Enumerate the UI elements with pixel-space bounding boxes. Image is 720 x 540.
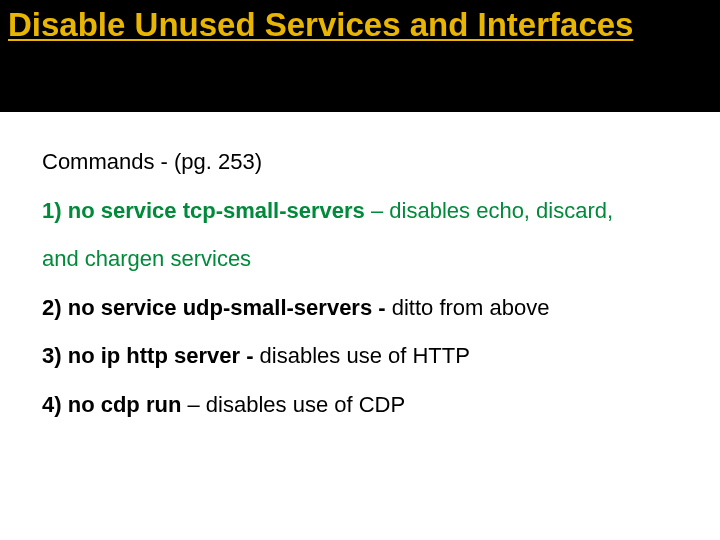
item-4: 4) no cdp run – disables use of CDP xyxy=(42,391,678,420)
slide-body: Commands - (pg. 253) 1) no service tcp-s… xyxy=(0,112,720,420)
item-sep: – xyxy=(181,392,205,417)
slide: Disable Unused Services and Interfaces C… xyxy=(0,0,720,540)
item-number: 1) xyxy=(42,198,62,223)
item-desc-a: disables use of CDP xyxy=(206,392,405,417)
item-number: 3) xyxy=(42,343,62,368)
item-1-cont: and chargen services xyxy=(42,245,678,274)
item-number: 2) xyxy=(42,295,62,320)
item-1: 1) no service tcp-small-servers – disabl… xyxy=(42,197,678,226)
title-bar: Disable Unused Services and Interfaces xyxy=(0,0,720,112)
item-command: no service udp-small-servers xyxy=(68,295,372,320)
item-command: no service tcp-small-servers xyxy=(68,198,365,223)
item-desc-a: ditto from above xyxy=(392,295,550,320)
item-sep: - xyxy=(240,343,260,368)
item-2: 2) no service udp-small-servers - ditto … xyxy=(42,294,678,323)
item-command: no ip http server xyxy=(68,343,240,368)
item-sep: - xyxy=(372,295,392,320)
item-sep: – xyxy=(365,198,389,223)
item-number: 4) xyxy=(42,392,62,417)
item-desc-a: disables use of HTTP xyxy=(260,343,470,368)
item-command: no cdp run xyxy=(68,392,182,417)
item-desc-a: disables echo, discard, xyxy=(389,198,613,223)
intro-line: Commands - (pg. 253) xyxy=(42,148,678,177)
item-3: 3) no ip http server - disables use of H… xyxy=(42,342,678,371)
slide-title: Disable Unused Services and Interfaces xyxy=(8,6,710,44)
